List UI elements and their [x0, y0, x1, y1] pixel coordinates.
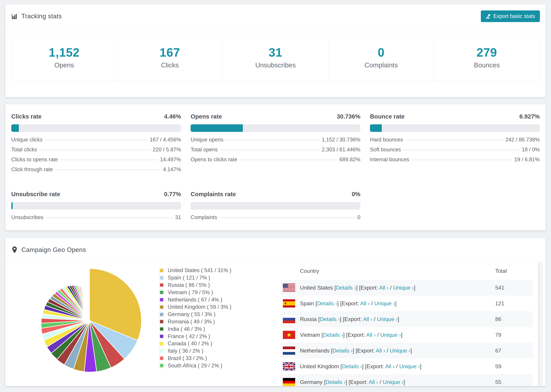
rate-value: 30.736%	[337, 113, 360, 120]
details-link[interactable]: Details ›	[332, 348, 353, 354]
dotted-leader	[226, 140, 319, 140]
legend-swatch	[159, 356, 164, 361]
export-basic-stats-button[interactable]: Export basic stats	[481, 10, 540, 22]
table-row-ru: Russia [Details ›] [Export: All › / Uniq…	[281, 311, 533, 327]
bracket: ]	[401, 332, 403, 338]
export-unique-link[interactable]: Unique ›	[374, 300, 395, 307]
export-unique-link[interactable]: Unique ›	[390, 348, 410, 354]
legend-label: India ( 46 / 3% )	[168, 326, 205, 332]
details-link[interactable]: Details ›	[342, 363, 362, 369]
legend-item: United States ( 541 / 31% )	[159, 267, 231, 274]
stats-row: 1,152Opens167Clicks31Unsubscribes0Compla…	[11, 34, 540, 81]
details-link[interactable]: Details ›	[317, 300, 337, 307]
separator: /	[372, 316, 377, 322]
rate-row-label: Total clicks	[11, 147, 37, 153]
export-all-link[interactable]: All ›	[385, 363, 395, 369]
rate-row: Internal bounces19 / 6.81%	[370, 156, 540, 166]
export-all-link[interactable]: All ›	[369, 379, 378, 385]
export-unique-link[interactable]: Unique ›	[377, 316, 398, 322]
bracket: [	[318, 316, 320, 322]
rates-card: Clicks rate4.46%Unique clicks167 / 4.456…	[5, 104, 546, 231]
legend-label: Romania ( 49 / 3% )	[168, 319, 215, 325]
flag-icon-us	[283, 284, 295, 292]
table-row-de: Germany [Details ›] [Export: All › / Uni…	[281, 374, 533, 386]
bracket: [	[334, 285, 336, 291]
export-all-link[interactable]: All ›	[360, 300, 370, 307]
separator: /	[395, 363, 399, 369]
legend-swatch	[159, 312, 164, 317]
legend-swatch	[159, 290, 164, 295]
rate-row-label: Click through rate	[11, 166, 53, 173]
legend-swatch	[159, 283, 164, 287]
legend-swatch	[159, 275, 164, 280]
stat-value: 279	[477, 46, 497, 59]
stat-cell-opens: 1,152Opens	[11, 34, 117, 80]
country-cell: Russia [Details ›] [Export: All › / Uniq…	[300, 316, 495, 322]
rate-row: Unsubscribes31	[11, 214, 181, 224]
dotted-leader	[405, 140, 503, 140]
export-all-link[interactable]: All ›	[366, 332, 376, 338]
separator: /	[376, 332, 380, 338]
legend-item: Netherlands ( 67 / 4% )	[159, 296, 231, 303]
country-cell: Vietnam [Details ›] [Export: All › / Uni…	[300, 332, 495, 338]
export-unique-link[interactable]: Unique ›	[380, 332, 401, 338]
details-link[interactable]: Details ›	[336, 285, 356, 291]
bracket: ]	[414, 285, 415, 291]
geo-opens-title: Campaign Geo Opens	[21, 246, 86, 253]
total-cell: 541	[495, 285, 533, 291]
legend-label: France ( 42 / 2% )	[168, 333, 210, 339]
export-unique-link[interactable]: Unique ›	[393, 285, 414, 291]
rate-value: 0.77%	[164, 191, 181, 197]
legend-item: United Kingdom ( 59 / 3% )	[159, 303, 231, 311]
rate-row-value: 14.497%	[160, 156, 181, 163]
legend-item: South Africa ( 29 / 2% )	[159, 362, 231, 369]
rate-value: 6.927%	[519, 113, 540, 120]
rate-row-value: 689.82%	[339, 156, 360, 163]
flag-icon-vn	[283, 331, 295, 339]
legend-item: India ( 46 / 3% )	[159, 325, 231, 333]
export-all-link[interactable]: All ›	[363, 316, 372, 322]
export-all-link[interactable]: All ›	[376, 348, 385, 354]
legend-label: Vietnam ( 79 / 5% )	[168, 289, 213, 295]
rate-row-value: 242 / 86.738%	[505, 137, 540, 143]
tracking-stats-header: Tracking stats Export basic stats	[5, 4, 546, 28]
dotted-leader	[46, 217, 173, 218]
table-row-gb: United Kingdom [Details ›] [Export: All …	[281, 358, 533, 374]
legend-swatch	[159, 363, 164, 368]
export-unique-link[interactable]: Unique ›	[399, 363, 420, 369]
details-link[interactable]: Details ›	[320, 316, 340, 322]
export-unique-link[interactable]: Unique ›	[383, 379, 403, 385]
rate-row: Complaints0	[191, 214, 360, 224]
total-cell: 55	[495, 379, 533, 385]
dotted-leader	[219, 217, 355, 218]
legend-item: Germany ( 55 / 3% )	[159, 311, 231, 318]
geo-table: Country Total United States [Details ›] …	[281, 262, 533, 386]
legend-item: Canada ( 40 / 2% )	[159, 340, 231, 347]
legend-swatch	[159, 297, 164, 302]
country-name: Netherlands	[300, 348, 331, 354]
total-cell: 79	[495, 332, 533, 338]
legend-swatch	[159, 268, 164, 273]
table-scrollbar[interactable]	[538, 262, 543, 386]
rate-value: 0%	[352, 191, 360, 197]
rate-title: Opens rate	[191, 113, 222, 120]
rate-row-label: Unique clicks	[11, 137, 42, 143]
geo-pie-chart[interactable]	[34, 265, 145, 376]
rate-row: Click through rate4.147%	[11, 166, 181, 176]
legend-swatch	[159, 327, 164, 331]
rate-title: Clicks rate	[11, 113, 42, 120]
table-row-es: Spain [Details ›] [Export: All › / Uniqu…	[281, 295, 533, 311]
details-link[interactable]: Details ›	[325, 379, 346, 385]
export-button-label: Export basic stats	[493, 13, 535, 19]
separator: /	[385, 348, 390, 354]
export-all-link[interactable]: All ›	[379, 285, 389, 291]
rate-row-value: 18 / 0%	[522, 147, 540, 153]
rate-block-unsubscribe-rate: Unsubscribe rate0.77%Unsubscribes31	[11, 191, 181, 224]
rate-row-value: 167 / 4.456%	[150, 137, 181, 143]
bracket: ]	[420, 363, 422, 369]
separator: /	[370, 300, 374, 307]
rate-row-value: 2,303 / 61.446%	[322, 147, 360, 153]
dotted-leader	[220, 150, 319, 150]
stat-cell-clicks: 167Clicks	[117, 34, 222, 80]
details-link[interactable]: Details ›	[323, 332, 343, 338]
